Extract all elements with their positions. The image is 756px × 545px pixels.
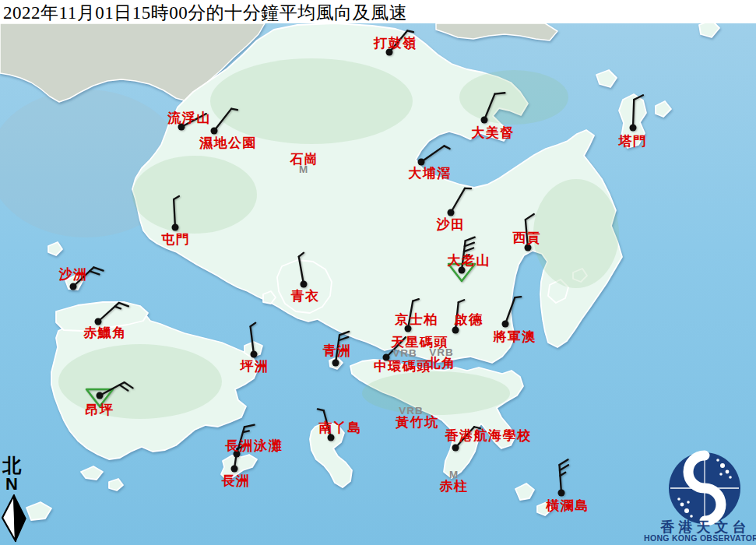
station-label-sha-chau: 沙洲 xyxy=(59,268,88,281)
station-label-wong-chuk-hang: 黃竹坑 xyxy=(396,416,439,429)
hills-central-nt xyxy=(132,156,257,234)
station-label-tsing-yi: 青衣 xyxy=(291,290,320,303)
hills-lantau xyxy=(58,344,222,419)
station-label-chek-lap-kok: 赤鱲角 xyxy=(83,326,127,339)
station-label-peng-chau: 坪洲 xyxy=(241,360,269,373)
station-flag-stanley: M xyxy=(449,469,459,480)
hko-logo-english-text: HONG KONG OBSERVATORY xyxy=(644,533,756,543)
hills-sai-kung xyxy=(533,179,619,288)
station-label-tuen-mun: 屯門 xyxy=(162,233,191,246)
station-flag-shek-kong: M xyxy=(299,164,308,175)
station-label-tseung-kwan-o: 將軍澳 xyxy=(493,330,536,343)
island-peng-chau xyxy=(244,342,262,357)
station-label-kai-tak: 啟德 xyxy=(455,313,483,326)
station-label-sai-kung: 西貢 xyxy=(513,231,542,244)
hills-pat-sin xyxy=(459,70,568,125)
station-label-sha-tin: 沙田 xyxy=(437,218,466,231)
hills-hk-island xyxy=(362,371,510,415)
station-label-stanley: 赤柱 xyxy=(440,480,469,493)
station-label-tates-cairn: 大老山 xyxy=(447,254,491,267)
station-label-ta-kwu-ling: 打鼓嶺 xyxy=(374,37,417,50)
station-label-central-pier: 中環碼頭 xyxy=(374,360,431,373)
station-label-cheung-chau-beach: 長洲泳灘 xyxy=(225,439,283,452)
station-flag-wong-chuk-hang: VRB xyxy=(399,406,424,417)
station-label-waglan-island: 橫瀾島 xyxy=(546,499,589,512)
station-label-cheung-chau: 長洲 xyxy=(222,474,251,487)
station-flag-star-ferry-pier: VRB xyxy=(392,348,417,359)
station-label-tai-mei-tuk: 大美督 xyxy=(471,126,515,139)
station-label-green-island: 青洲 xyxy=(323,344,352,357)
title-bar: 2022年11月01日15時00分的十分鐘平均風向及風速 xyxy=(0,0,756,23)
station-label-hk-sea-school: 香港航海學校 xyxy=(445,429,532,442)
station-label-lau-fau-shan: 流浮山 xyxy=(167,111,211,125)
station-label-tap-mun: 塔門 xyxy=(619,135,648,148)
station-flag-north-point: VRB xyxy=(429,347,454,358)
station-label-ngong-ping: 昂坪 xyxy=(86,403,114,417)
station-label-kings-park: 京士柏 xyxy=(395,313,438,326)
north-label-letter: N xyxy=(5,476,18,493)
wind-map: 2022年11月01日15時00分的十分鐘平均風向及風速 打鼓嶺流浮山濕地公園石… xyxy=(0,0,756,545)
station-label-tai-po-kau: 大埔滘 xyxy=(408,167,452,180)
hills-tai-mo-shan xyxy=(210,58,413,144)
hk-base-map xyxy=(0,0,756,545)
station-label-lamma-island: 南丫島 xyxy=(318,421,362,434)
map-title: 2022年11月01日15時00分的十分鐘平均風向及風速 xyxy=(3,1,407,25)
station-label-wetland-park: 濕地公園 xyxy=(199,136,257,149)
north-label-chinese: 北 xyxy=(2,456,21,475)
